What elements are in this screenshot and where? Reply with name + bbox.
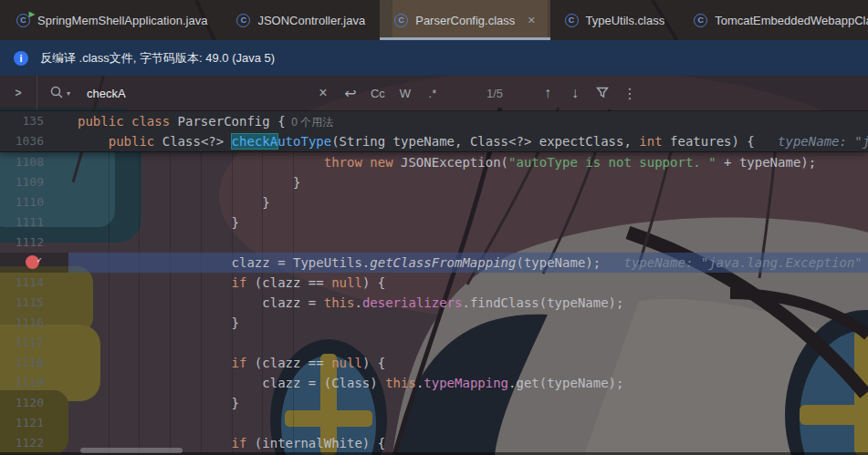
line-number[interactable]: 1118 bbox=[0, 353, 68, 373]
match-count-label: 1/5 bbox=[486, 87, 503, 100]
tab-parserconfig-class[interactable]: CParserConfig.class× bbox=[380, 0, 549, 40]
code-line: 1117 bbox=[0, 333, 868, 353]
search-query-input[interactable]: checkA bbox=[87, 87, 126, 100]
filter-icon[interactable] bbox=[591, 86, 613, 101]
line-number[interactable]: 1112 bbox=[0, 233, 68, 253]
code-line: 1121 bbox=[0, 413, 868, 433]
editor-tab-bar: C▶SpringMemShellApplication.javaCJSONCon… bbox=[0, 0, 868, 40]
code-line-text[interactable]: } bbox=[68, 172, 868, 192]
code-line: 1116 } bbox=[0, 313, 868, 333]
code-line-text[interactable]: public class ParserConfig { 0 个用法 bbox=[68, 111, 868, 131]
code-line-text[interactable] bbox=[68, 413, 868, 433]
tab-label: TomcatEmbeddedWebappCla bbox=[715, 14, 868, 27]
code-line: 1120 } bbox=[0, 393, 868, 413]
line-number[interactable]: 1117 bbox=[0, 333, 68, 353]
code-editor: 135public class ParserConfig { 0 个用法1036… bbox=[0, 111, 868, 455]
code-line: 1111 } bbox=[0, 212, 868, 233]
code-line: ✓ clazz = TypeUtils.getClassFromMapping(… bbox=[0, 253, 868, 273]
tab-tomcatembeddedwebappcla[interactable]: CTomcatEmbeddedWebappCla bbox=[679, 0, 868, 40]
code-line-text[interactable]: } bbox=[68, 393, 868, 413]
code-line: 1109 } bbox=[0, 172, 868, 192]
tab-label: SpringMemShellApplication.java bbox=[37, 14, 207, 27]
line-number[interactable]: 1116 bbox=[0, 313, 68, 333]
java-class-icon: C bbox=[565, 14, 579, 27]
match-case-toggle[interactable]: Cc bbox=[367, 87, 389, 100]
line-number[interactable]: 1119 bbox=[0, 373, 68, 393]
java-class-icon: C bbox=[394, 14, 408, 27]
decompile-notification-bar: i 反编译 .class文件, 字节码版本: 49.0 (Java 5) bbox=[0, 40, 868, 76]
code-line-text[interactable]: } bbox=[68, 212, 868, 233]
line-number[interactable]: 1122 bbox=[0, 433, 68, 453]
breakpoint-icon[interactable]: ✓ bbox=[26, 255, 39, 269]
sticky-context-lines: 135public class ParserConfig { 0 个用法1036… bbox=[0, 111, 868, 152]
code-line-text[interactable]: } bbox=[68, 313, 868, 333]
ide-window: C▶SpringMemShellApplication.javaCJSONCon… bbox=[0, 0, 868, 455]
code-line-text[interactable]: if (clazz == null) { bbox=[68, 353, 868, 373]
next-match-button[interactable]: ↓ bbox=[564, 85, 586, 101]
line-number[interactable]: 1115 bbox=[0, 293, 68, 313]
tab-label: TypeUtils.class bbox=[586, 14, 665, 27]
breakpoint-verified-check: ✓ bbox=[37, 250, 42, 270]
code-line-text[interactable]: if (internalWhite) { bbox=[68, 433, 868, 453]
line-number[interactable]: 1109 bbox=[0, 172, 68, 192]
tab-typeutils-class[interactable]: CTypeUtils.class bbox=[550, 0, 680, 40]
code-line: 1112 bbox=[0, 233, 868, 253]
editor-body: 1108 throw new JSONException("autoType i… bbox=[0, 152, 868, 453]
code-line-text[interactable]: clazz = this.deserializers.findClass(typ… bbox=[68, 293, 868, 313]
run-overlay-icon: ▶ bbox=[29, 10, 35, 18]
code-line-text[interactable]: public Class<?> checkAutoType(String typ… bbox=[68, 131, 868, 151]
code-line-text[interactable]: clazz = TypeUtils.getClassFromMapping(ty… bbox=[68, 253, 868, 273]
tab-springmemshellapplication-java[interactable]: C▶SpringMemShellApplication.java bbox=[2, 0, 222, 40]
line-number[interactable]: 1120 bbox=[0, 393, 68, 413]
search-icon[interactable] bbox=[50, 86, 63, 101]
newline-search-button[interactable]: ↩ bbox=[340, 85, 361, 102]
code-line-text[interactable]: } bbox=[68, 192, 868, 212]
code-line-text[interactable]: throw new JSONException("autoType is not… bbox=[68, 152, 868, 172]
code-line: 1110 } bbox=[0, 192, 868, 212]
code-line-text[interactable]: if (clazz == null) { bbox=[68, 273, 868, 293]
tab-label: ParserConfig.class bbox=[415, 14, 515, 27]
code-line: 1036 public Class<?> checkAutoType(Strin… bbox=[0, 131, 868, 151]
clear-search-button[interactable]: × bbox=[312, 85, 334, 101]
code-line-text[interactable] bbox=[68, 233, 868, 253]
line-number[interactable]: 135 bbox=[0, 111, 68, 131]
search-bar: > ▾ checkA × ↩ Cc W .* 1/5 ↑ ↓ ⋮ bbox=[0, 76, 868, 111]
search-field[interactable]: ▾ checkA bbox=[37, 76, 126, 110]
info-icon: i bbox=[14, 51, 28, 66]
code-line: 1108 throw new JSONException("autoType i… bbox=[0, 152, 868, 172]
line-number[interactable]: 1108 bbox=[0, 152, 68, 172]
code-line: 1118 if (clazz == null) { bbox=[0, 353, 868, 373]
code-line: 1115 clazz = this.deserializers.findClas… bbox=[0, 293, 868, 313]
line-number[interactable]: 1114 bbox=[0, 273, 68, 293]
expand-search-chevron-icon[interactable]: > bbox=[0, 87, 37, 99]
line-number[interactable]: ✓ bbox=[0, 253, 68, 273]
code-line: 1114 if (clazz == null) { bbox=[0, 273, 868, 293]
line-number[interactable]: 1111 bbox=[0, 212, 68, 233]
code-line-text[interactable] bbox=[68, 333, 868, 353]
horizontal-scrollbar[interactable] bbox=[80, 448, 183, 453]
regex-toggle[interactable]: .* bbox=[422, 87, 444, 100]
code-line-text[interactable]: clazz = (Class) this.typeMapping.get(typ… bbox=[68, 373, 868, 393]
code-line: 1119 clazz = (Class) this.typeMapping.ge… bbox=[0, 373, 868, 393]
code-line: 135public class ParserConfig { 0 个用法 bbox=[0, 111, 868, 131]
java-class-icon: C▶ bbox=[16, 14, 30, 27]
line-number[interactable]: 1121 bbox=[0, 413, 68, 433]
words-toggle[interactable]: W bbox=[394, 87, 416, 100]
java-class-icon: C bbox=[236, 14, 250, 27]
tab-jsoncontroller-java[interactable]: CJSONController.java bbox=[222, 0, 380, 40]
search-history-caret-icon[interactable]: ▾ bbox=[67, 89, 70, 98]
java-class-icon: C bbox=[694, 14, 707, 27]
previous-match-button[interactable]: ↑ bbox=[537, 85, 559, 101]
tab-label: JSONController.java bbox=[257, 14, 365, 27]
more-options-kebab-icon[interactable]: ⋮ bbox=[619, 85, 641, 102]
notification-text: 反编译 .class文件, 字节码版本: 49.0 (Java 5) bbox=[40, 50, 275, 67]
line-number[interactable]: 1036 bbox=[0, 131, 68, 151]
tab-close-icon[interactable]: × bbox=[528, 14, 535, 26]
line-number[interactable]: 1110 bbox=[0, 192, 68, 212]
